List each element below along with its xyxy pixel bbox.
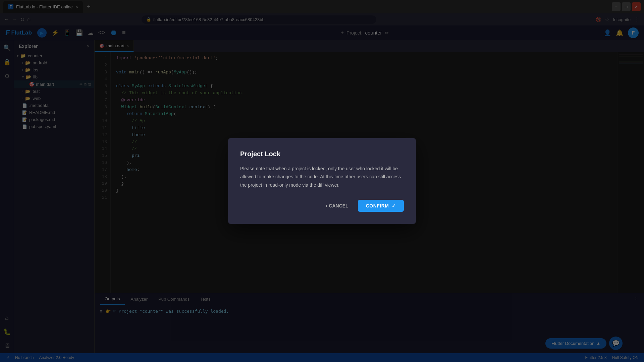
dialog-overlay: Project Lock Please note that when a pro… [0, 0, 644, 362]
dialog-title: Project Lock [240, 150, 404, 158]
cancel-chevron-icon: ‹ [326, 203, 327, 209]
cancel-label: CANCEL [329, 203, 348, 208]
dialog-actions: ‹ CANCEL CONFIRM ✓ [240, 200, 404, 212]
project-lock-dialog: Project Lock Please note that when a pro… [228, 138, 416, 224]
cancel-button[interactable]: ‹ CANCEL [320, 200, 354, 212]
confirm-check-icon: ✓ [392, 203, 396, 208]
confirm-button[interactable]: CONFIRM ✓ [358, 200, 404, 212]
confirm-label: CONFIRM [366, 203, 389, 208]
dialog-body: Please note that when a project is locke… [240, 165, 404, 189]
